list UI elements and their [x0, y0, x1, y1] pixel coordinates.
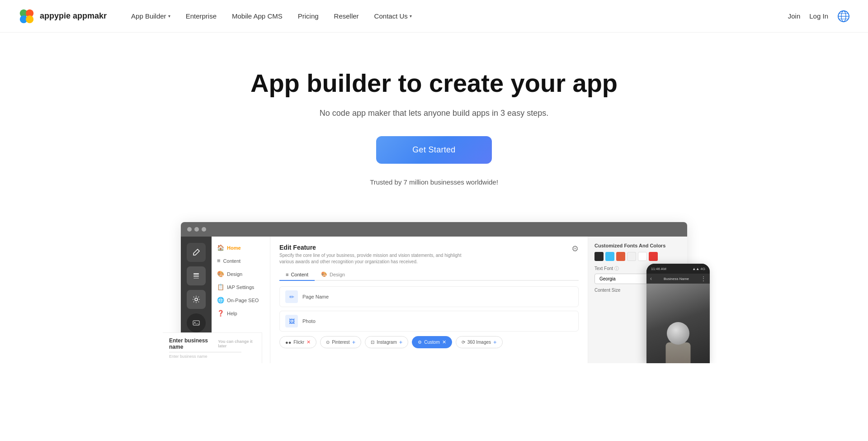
source-buttons: ●● Flickr ✕ ⊙ Pinterest + ⊡ Instagram + — [279, 336, 579, 348]
hero-title: App builder to create your app — [9, 69, 859, 98]
nav-item-iap[interactable]: 📋 IAP Settings — [212, 280, 270, 294]
svg-rect-10 — [193, 275, 199, 277]
app-builder-chevron-icon: ▾ — [168, 14, 170, 19]
editor-gear-button[interactable]: ⚙ — [571, 244, 579, 254]
business-name-area: Enter business name You can change it la… — [163, 332, 262, 363]
trust-text: Trusted by 7 million businesses worldwid… — [9, 178, 859, 186]
browser-dot-2 — [194, 227, 199, 232]
browser-dot-3 — [202, 227, 206, 232]
business-name-placeholder: Enter business name — [169, 337, 215, 350]
browser-dot-1 — [187, 227, 192, 232]
editor-header: Edit Feature Specify the core line of yo… — [279, 244, 579, 265]
nav-login-link[interactable]: Log In — [809, 12, 828, 20]
sidebar-settings-btn[interactable] — [187, 290, 206, 309]
get-started-button[interactable]: Get Started — [376, 136, 491, 164]
business-name-hint: You can change it later — [218, 339, 255, 348]
mobile-back-icon[interactable]: ‹ — [650, 275, 652, 282]
editor-fields: ✏ Page Name 🖼 Photo — [279, 286, 579, 332]
pencil-icon — [192, 248, 200, 256]
editor-title: Edit Feature — [279, 244, 469, 251]
mobile-nav-bar: ‹ Business Name ⋮ — [646, 274, 710, 284]
nav-right: Join Log In — [788, 10, 850, 23]
browser-titlebar — [181, 222, 687, 237]
nav-enterprise[interactable]: Enterprise — [179, 9, 223, 24]
color-swatches — [594, 252, 681, 261]
sidebar-image-btn[interactable] — [187, 313, 206, 332]
app-editor-main: Edit Feature Specify the core line of yo… — [270, 237, 588, 363]
swatch-black[interactable] — [594, 252, 604, 261]
globe-icon[interactable] — [837, 10, 850, 23]
settings-icon — [192, 295, 200, 303]
nav-item-help[interactable]: ❓ Help — [212, 307, 270, 320]
flickr-close-icon: ✕ — [307, 339, 311, 345]
editor-tabs: ≡ Content 🎨 Design — [279, 269, 579, 281]
source-pinterest-btn[interactable]: ⊙ Pinterest + — [320, 336, 361, 348]
mobile-signal-icon: ▲▲ 4G — [692, 267, 705, 271]
mobile-preview: 11:46 AM ▲▲ 4G ‹ Business Name ⋮ — [646, 264, 710, 363]
watch-image — [667, 322, 689, 345]
nav-app-builder[interactable]: App Builder ▾ — [125, 9, 177, 24]
logo-text: appypie appmakr — [40, 11, 107, 21]
nav-mobile-app-cms[interactable]: Mobile App CMS — [226, 9, 289, 24]
svg-rect-9 — [193, 273, 199, 275]
content-icon: ≡ — [217, 257, 221, 264]
design-tab-icon: 🎨 — [321, 271, 327, 277]
source-instagram-btn[interactable]: ⊡ Instagram + — [365, 336, 408, 348]
source-custom-btn[interactable]: ⚙ Custom ✕ — [412, 336, 452, 348]
business-name-input-row: Enter business name You can change it la… — [169, 337, 255, 350]
nav-item-seo[interactable]: 🌐 On-Page SEO — [212, 294, 270, 307]
hand-image — [666, 342, 691, 363]
home-icon: 🏠 — [217, 244, 224, 251]
sidebar-layers-btn[interactable] — [187, 266, 206, 285]
seo-icon: 🌐 — [217, 297, 224, 303]
pinterest-plus-icon: + — [352, 339, 356, 346]
nav-item-content[interactable]: ≡ Content — [212, 254, 270, 267]
mobile-time: 11:46 AM — [651, 267, 666, 271]
logo[interactable]: appypie appmakr — [18, 8, 107, 25]
photo-icon: 🖼 — [285, 315, 298, 327]
swatch-red[interactable] — [649, 252, 658, 261]
nav-item-home[interactable]: 🏠 Home — [212, 241, 270, 254]
instagram-plus-icon: + — [399, 339, 403, 346]
custom-close-icon: ✕ — [442, 339, 446, 345]
pinterest-icon: ⊙ — [326, 340, 330, 345]
help-icon: ❓ — [217, 310, 224, 317]
svg-point-3 — [26, 15, 33, 23]
editor-description: Specify the core line of your business, … — [279, 252, 469, 265]
svg-rect-11 — [193, 278, 199, 279]
tab-content[interactable]: ≡ Content — [279, 269, 315, 281]
app-preview-section: 🏠 Home ≡ Content 🎨 Design 📋 IAP Settings… — [163, 222, 705, 363]
swatch-white[interactable] — [638, 252, 647, 261]
nav-item-design[interactable]: 🎨 Design — [212, 267, 270, 280]
swatch-light[interactable] — [627, 252, 636, 261]
nav-join-link[interactable]: Join — [788, 12, 801, 20]
custom-settings-icon: ⚙ — [418, 340, 422, 345]
mobile-page-title: Business Name — [654, 277, 699, 281]
swatch-blue[interactable] — [605, 252, 614, 261]
360-plus-icon: + — [493, 339, 497, 346]
field-photo[interactable]: 🖼 Photo — [279, 311, 579, 332]
nav-reseller[interactable]: Reseller — [328, 9, 365, 24]
navbar: appypie appmakr App Builder ▾ Enterprise… — [0, 0, 868, 33]
logo-icon — [18, 8, 35, 25]
swatch-orange[interactable] — [616, 252, 625, 261]
svg-point-12 — [195, 298, 198, 301]
mobile-more-icon[interactable]: ⋮ — [701, 275, 706, 282]
right-panel-title: Customized Fonts And Colors — [594, 243, 681, 248]
layers-icon — [192, 272, 200, 280]
business-name-sub: Enter business name — [169, 354, 255, 359]
source-flickr-btn[interactable]: ●● Flickr ✕ — [279, 336, 316, 348]
flickr-dots-icon: ●● — [285, 340, 291, 345]
design-icon: 🎨 — [217, 270, 224, 277]
source-360-btn[interactable]: ⟳ 360 Images + — [456, 336, 503, 348]
nav-contact-us[interactable]: Contact Us ▾ — [368, 9, 418, 24]
field-page-name[interactable]: ✏ Page Name — [279, 286, 579, 307]
image-icon — [192, 319, 200, 327]
sidebar-pencil-btn[interactable] — [187, 243, 206, 262]
contact-us-chevron-icon: ▾ — [410, 14, 412, 19]
tab-design[interactable]: 🎨 Design — [315, 269, 351, 281]
iap-icon: 📋 — [217, 284, 224, 290]
nav-pricing[interactable]: Pricing — [292, 9, 325, 24]
editor-title-area: Edit Feature Specify the core line of yo… — [279, 244, 469, 265]
360-icon: ⟳ — [462, 340, 465, 345]
